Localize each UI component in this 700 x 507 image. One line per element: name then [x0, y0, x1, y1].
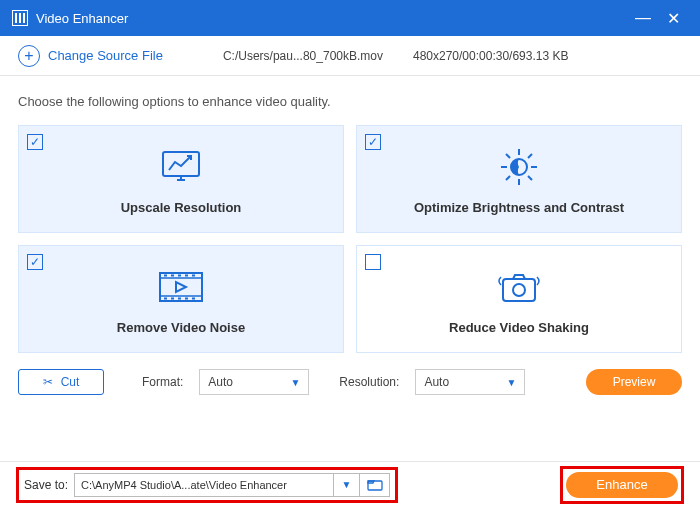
svg-rect-18: [185, 274, 188, 276]
change-source-label: Change Source File: [48, 48, 163, 63]
option-label: Upscale Resolution: [121, 200, 242, 215]
source-path: C:/Users/pau...80_700kB.mov: [223, 49, 383, 63]
browse-folder-button[interactable]: [360, 473, 390, 497]
svg-rect-16: [171, 274, 174, 276]
monitor-icon: [159, 144, 203, 190]
option-label: Reduce Video Shaking: [449, 320, 589, 335]
enhance-button[interactable]: Enhance: [566, 472, 678, 498]
window-title: Video Enhancer: [36, 11, 628, 26]
close-button[interactable]: ✕: [658, 9, 688, 28]
titlebar: Video Enhancer — ✕: [0, 0, 700, 36]
chevron-down-icon: ▼: [290, 377, 300, 388]
checkbox-icon: [365, 254, 381, 270]
option-noise[interactable]: ✓ Remove Video Noise: [18, 245, 344, 353]
save-to-block: Save to: C:\AnyMP4 Studio\A...ate\Video …: [16, 467, 398, 503]
format-select[interactable]: Auto ▼: [199, 369, 309, 395]
chevron-down-icon: ▼: [506, 377, 516, 388]
source-info: 480x270/00:00:30/693.13 KB: [413, 49, 568, 63]
preview-button[interactable]: Preview: [586, 369, 682, 395]
svg-marker-25: [176, 282, 186, 292]
format-value: Auto: [208, 375, 233, 389]
resolution-select[interactable]: Auto ▼: [415, 369, 525, 395]
svg-rect-19: [192, 274, 195, 276]
enhance-highlight: Enhance: [560, 466, 684, 504]
svg-rect-24: [192, 297, 195, 299]
checkbox-icon: ✓: [27, 134, 43, 150]
option-shaking[interactable]: Reduce Video Shaking: [356, 245, 682, 353]
svg-rect-23: [185, 297, 188, 299]
svg-point-27: [513, 284, 525, 296]
svg-rect-22: [178, 297, 181, 299]
svg-rect-17: [178, 274, 181, 276]
save-path-dropdown[interactable]: ▼: [334, 473, 360, 497]
option-label: Optimize Brightness and Contrast: [414, 200, 624, 215]
svg-line-8: [506, 154, 510, 158]
svg-rect-21: [171, 297, 174, 299]
option-upscale[interactable]: ✓ Upscale Resolution: [18, 125, 344, 233]
chevron-down-icon: ▼: [342, 479, 352, 490]
cut-label: Cut: [61, 375, 80, 389]
change-source-button[interactable]: + Change Source File: [18, 45, 163, 67]
save-to-label: Save to:: [24, 478, 68, 492]
scissors-icon: ✂: [43, 375, 53, 389]
controls-row: ✂ Cut Format: Auto ▼ Resolution: Auto ▼ …: [18, 369, 682, 395]
svg-rect-15: [164, 274, 167, 276]
svg-line-11: [528, 154, 532, 158]
resolution-value: Auto: [424, 375, 449, 389]
checkbox-icon: ✓: [27, 254, 43, 270]
svg-rect-26: [503, 279, 535, 301]
plus-icon: +: [18, 45, 40, 67]
bottom-bar: Save to: C:\AnyMP4 Studio\A...ate\Video …: [0, 461, 700, 507]
svg-rect-20: [164, 297, 167, 299]
format-label: Format:: [142, 375, 183, 389]
minimize-button[interactable]: —: [628, 9, 658, 27]
svg-rect-0: [163, 152, 199, 176]
cut-button[interactable]: ✂ Cut: [18, 369, 104, 395]
save-path-input[interactable]: C:\AnyMP4 Studio\A...ate\Video Enhancer: [74, 473, 334, 497]
svg-line-10: [506, 176, 510, 180]
resolution-label: Resolution:: [339, 375, 399, 389]
options-grid: ✓ Upscale Resolution ✓ Optimize Brightne…: [18, 125, 682, 353]
svg-rect-12: [160, 273, 202, 301]
instruction-text: Choose the following options to enhance …: [18, 94, 682, 109]
folder-icon: [367, 479, 383, 491]
option-brightness[interactable]: ✓ Optimize Brightness and Contrast: [356, 125, 682, 233]
film-icon: [156, 264, 206, 310]
svg-line-9: [528, 176, 532, 180]
brightness-icon: [497, 144, 541, 190]
app-logo-icon: [12, 10, 28, 26]
source-bar: + Change Source File C:/Users/pau...80_7…: [0, 36, 700, 76]
checkbox-icon: ✓: [365, 134, 381, 150]
option-label: Remove Video Noise: [117, 320, 245, 335]
camera-icon: [495, 264, 543, 310]
